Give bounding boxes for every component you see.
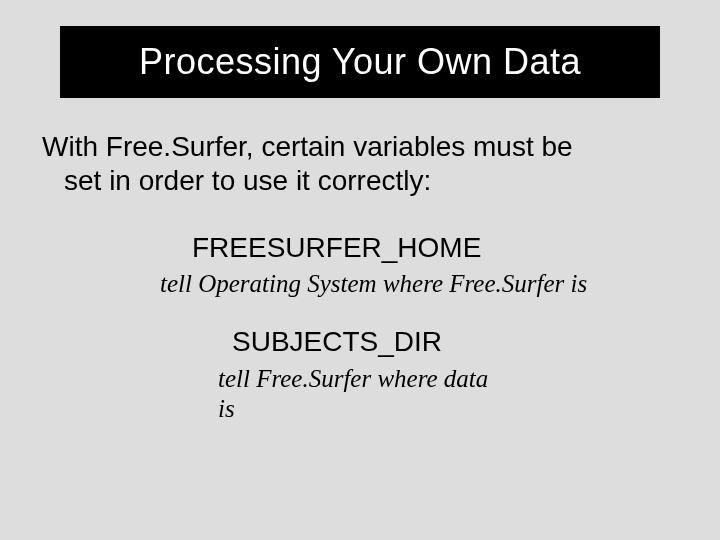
intro-line-2: set in order to use it correctly: <box>42 164 672 198</box>
variable-desc-subjects-dir: tell Free.Surfer where data is <box>218 364 498 424</box>
intro-text: With Free.Surfer, certain variables must… <box>42 130 672 197</box>
variable-name-freesurfer-home: FREESURFER_HOME <box>192 232 481 264</box>
slide-title: Processing Your Own Data <box>139 41 581 83</box>
title-bar: Processing Your Own Data <box>60 26 660 98</box>
variable-desc-freesurfer-home: tell Operating System where Free.Surfer … <box>160 270 587 298</box>
variable-name-subjects-dir: SUBJECTS_DIR <box>232 326 442 358</box>
intro-line-1: With Free.Surfer, certain variables must… <box>42 131 573 162</box>
